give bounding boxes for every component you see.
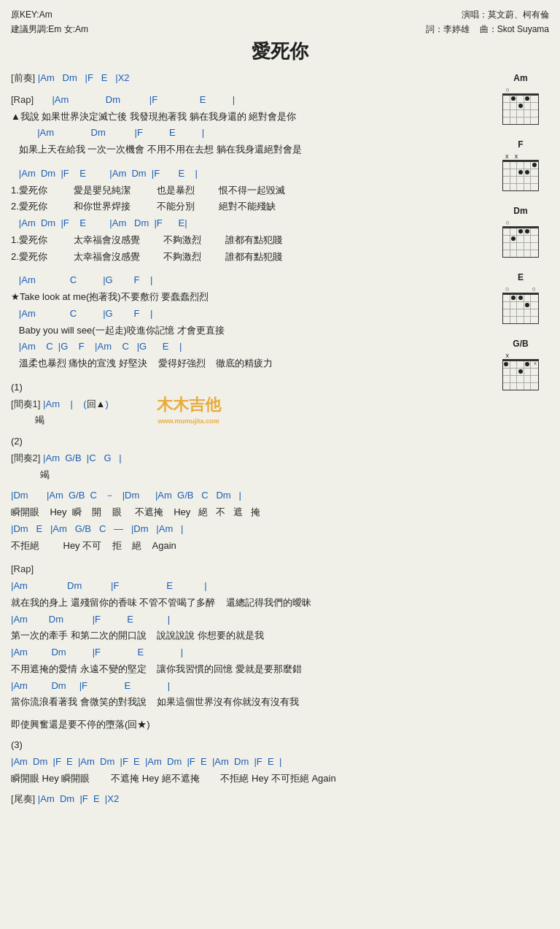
section-repeat: 即使興奮還是要不停的墮落(回★) <box>11 718 486 731</box>
bridge-text: |Dm |Am G/B C － |Dm |Am G/B C Dm | 瞬開眼 H… <box>11 487 486 554</box>
section-rap2: [Rap] |Am Dm |F E | 就在我的身上 還殘留你的香味 不管不管喝… <box>11 561 486 711</box>
chord-gb-grid: x <box>502 359 539 390</box>
chord-f-grid <box>502 160 539 191</box>
section-chorus: |Am C |G F | ★Take look at me(抱著我)不要敷衍 要… <box>11 272 486 372</box>
meta-right: 演唱：莫文蔚、柯有倫 詞：李婷雄 曲：Skot Suyama <box>426 7 549 37</box>
chord-diagrams-column: Am ○ <box>492 72 549 806</box>
singer: 演唱：莫文蔚、柯有倫 <box>426 7 549 22</box>
chord-am: Am ○ <box>492 73 549 125</box>
section-intro: [前奏] |Am Dm |F E |X2 <box>11 72 486 85</box>
chord-am-top: ○ <box>502 85 539 93</box>
main-content: [前奏] |Am Dm |F E |X2 [Rap] |Am Dm |F E |… <box>11 72 549 806</box>
rap2-text: [Rap] |Am Dm |F E | 就在我的身上 還殘留你的香味 不管不管喝… <box>11 561 486 711</box>
header-area: 原KEY:Am 建議男調:Em 女:Am 愛死你 演唱：莫文蔚、柯有倫 詞：李婷… <box>11 7 549 67</box>
verse12-text: |Am Dm |F E |Am Dm |F E | 1.愛死你 愛是嬰兒純潔 也… <box>11 166 486 266</box>
chord-e-name: E <box>518 272 524 282</box>
section-verse12: |Am Dm |F E |Am Dm |F E | 1.愛死你 愛是嬰兒純潔 也… <box>11 166 486 266</box>
interlude1-text: (1) [間奏1] |Am | (回▲) 竭 <box>11 379 486 429</box>
composer: 曲：Skot Suyama <box>480 24 549 34</box>
chorus-text: |Am C |G F | ★Take look at me(抱著我)不要敷衍 要… <box>11 272 486 372</box>
chord-dm-grid <box>502 226 539 258</box>
credits: 詞：李婷雄 曲：Skot Suyama <box>426 22 549 36</box>
chord-dm-name: Dm <box>513 206 527 216</box>
chord-e-grid <box>502 293 539 324</box>
chord-am-name: Am <box>513 73 527 83</box>
page-wrapper: 原KEY:Am 建議男調:Em 女:Am 愛死你 演唱：莫文蔚、柯有倫 詞：李婷… <box>11 7 549 806</box>
intro-text: [前奏] |Am Dm |F E |X2 <box>11 72 486 85</box>
chord-f: F x x <box>492 139 549 191</box>
lyrics-column: [前奏] |Am Dm |F E |X2 [Rap] |Am Dm |F E |… <box>11 72 486 806</box>
chord-gb-name: G/B <box>513 339 528 349</box>
section-interlude1: (1) [間奏1] |Am | (回▲) 竭 <box>11 379 486 429</box>
chord-e-top: ○ ○ <box>502 284 539 293</box>
chord-e: E ○ ○ <box>492 272 549 324</box>
chord-f-top: x x <box>502 151 539 160</box>
outro-text: [尾奏] |Am Dm |F E |X2 <box>11 793 486 806</box>
section3-text: (3) |Am Dm |F E |Am Dm |F E |Am Dm |F E … <box>11 737 486 787</box>
section-bridge: |Dm |Am G/B C － |Dm |Am G/B C Dm | 瞬開眼 H… <box>11 487 486 554</box>
chord-f-name: F <box>518 139 523 150</box>
section-outro: [尾奏] |Am Dm |F E |X2 <box>11 793 486 806</box>
chord-am-grid <box>502 93 539 125</box>
lyricist: 詞：李婷雄 <box>426 24 470 34</box>
chord-dm-top: ○ <box>502 217 539 226</box>
interlude2-text: (2) [間奏2] |Am G/B |C G | 竭 <box>11 433 486 483</box>
chord-gb: G/B x x <box>492 339 549 390</box>
chord-gb-top: x <box>502 350 539 359</box>
section-rap1: [Rap] |Am Dm |F E | ▲我說 如果世界決定滅亡後 我發現抱著我… <box>11 92 486 158</box>
repeat-text: 即使興奮還是要不停的墮落(回★) <box>11 718 486 731</box>
rap1-text: [Rap] |Am Dm |F E | ▲我說 如果世界決定滅亡後 我發現抱著我… <box>11 92 486 158</box>
section-interlude2: (2) [間奏2] |Am G/B |C G | 竭 <box>11 433 486 483</box>
chord-dm: Dm ○ <box>492 206 549 258</box>
page-title: 愛死你 <box>11 37 549 67</box>
section-3: (3) |Am Dm |F E |Am Dm |F E |Am Dm |F E … <box>11 737 486 787</box>
